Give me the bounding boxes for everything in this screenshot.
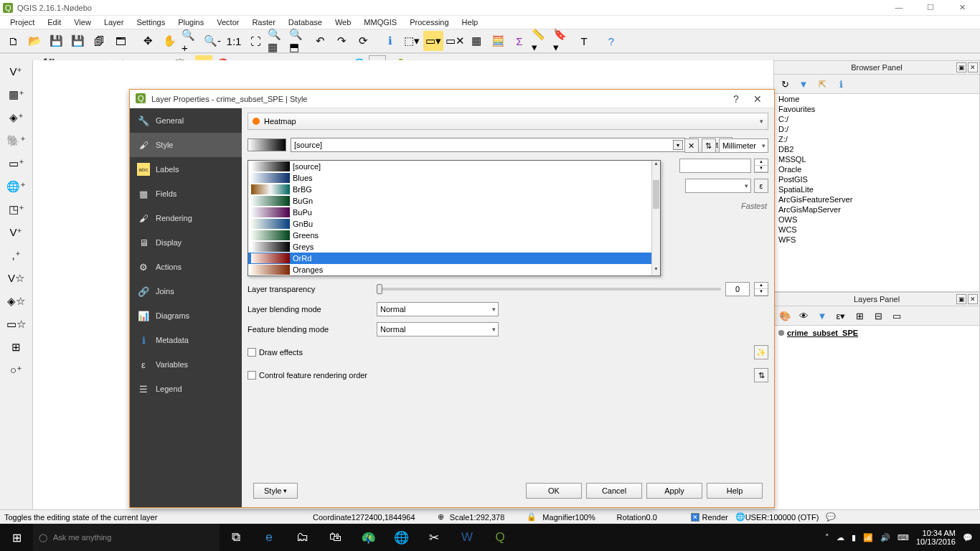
menu-vector[interactable]: Vector [211,17,245,27]
browser-item[interactable]: DB2 [774,144,979,154]
ok-button[interactable]: OK [526,483,582,499]
ramp-option[interactable]: OrRd [248,253,660,264]
add-vector-icon[interactable]: V⁺ [4,62,29,82]
browser-item[interactable]: WFS [774,235,979,245]
refresh-icon[interactable]: ⟳ [353,31,373,51]
browser-item[interactable]: OWS [774,215,979,225]
maximize-button[interactable]: ☐ [921,3,940,12]
menu-processing[interactable]: Processing [404,17,454,27]
layer-style-icon[interactable]: 🎨 [778,309,791,322]
ramp-option[interactable]: BuPu [248,207,660,218]
menu-mmqgis[interactable]: MMQGIS [358,17,402,27]
control-order-checkbox[interactable]: Control feature rendering order [248,371,367,380]
sidebar-item-rendering[interactable]: 🖌Rendering [130,206,242,230]
identify-icon[interactable]: ℹ [380,31,400,51]
tray-battery-icon[interactable]: ▮ [852,533,856,542]
stats-icon[interactable]: Σ [509,31,529,51]
explorer-icon[interactable]: 🗂 [286,524,319,551]
help-button[interactable]: Help [707,483,763,499]
minimize-button[interactable]: — [890,3,908,12]
crs-icon[interactable]: 🌐 [735,512,745,522]
browser-item[interactable]: SpatiaLite [774,184,979,194]
extent-icon[interactable]: ⊕ [438,512,444,522]
dialog-close-icon[interactable]: ✕ [747,93,768,105]
render-checkbox[interactable]: ✕Render [691,513,728,522]
filter-icon[interactable]: ▼ [797,77,810,90]
browser-item[interactable]: WCS [774,225,979,235]
sidebar-item-style[interactable]: 🖌Style [130,133,242,157]
pan-selection-icon[interactable]: ✋ [159,31,179,51]
chrome-icon[interactable]: 🌐 [385,524,418,551]
add-virtual-icon[interactable]: ⊞ [4,337,29,357]
zoom-out-icon[interactable]: 🔍- [202,31,222,51]
ramp-option[interactable]: Blues [248,172,660,184]
ramp-option[interactable]: [source] [248,161,660,172]
sidebar-item-diagrams[interactable]: 📊Diagrams [130,303,242,328]
tray-clock[interactable]: 10:34 AM 10/13/2016 [916,529,956,546]
select-expr-icon[interactable]: ▭▾ [423,31,443,51]
swap-unit-button[interactable]: ⇅ [702,138,716,153]
browser-item[interactable]: MSSQL [774,154,979,164]
add-wms-icon[interactable]: 🌐⁺ [4,176,29,197]
add-oracle-icon[interactable]: ○⁺ [4,360,29,380]
zoom-full-icon[interactable]: ⛶ [245,31,265,51]
browser-item[interactable]: ArcGisMapServer [774,204,979,215]
zoom-selection-icon[interactable]: 🔍▦ [267,31,287,51]
sidebar-item-fields[interactable]: ▦Fields [130,182,242,206]
browser-item[interactable]: Home [774,94,979,104]
browser-item[interactable]: D:/ [774,124,979,134]
browser-item[interactable]: ArcGisFeatureServer [774,194,979,204]
feature-blend-combo[interactable]: Normal [377,322,499,336]
browser-item[interactable]: PostGIS [774,174,979,184]
tray-onedrive-icon[interactable]: ☁ [837,533,844,542]
layers-tree[interactable]: crime_subset_SPE [773,325,980,524]
sidebar-item-variables[interactable]: εVariables [130,352,242,377]
rot-field[interactable]: 0.0 [646,513,685,522]
effects-config-button[interactable]: ✨ [754,345,768,359]
browser-item[interactable]: Favourites [774,104,979,114]
layer-collapse-icon[interactable]: ⊟ [872,309,885,322]
nbc-icon[interactable]: 🦚 [352,524,385,551]
attribute-table-icon[interactable]: ▦ [466,31,486,51]
new-spatialite-icon[interactable]: ◈☆ [4,291,29,311]
zoom-native-icon[interactable]: 1:1 [224,31,244,51]
panel-undock-icon[interactable]: ▣ [956,294,966,304]
new-print-composer-icon[interactable]: 🗐 [89,31,109,51]
cortana-search[interactable]: ◯ Ask me anything [33,524,220,551]
mag-field[interactable]: 100% [575,513,611,522]
ramp-option[interactable]: BrBG [248,184,660,195]
tray-wifi-icon[interactable]: 📶 [863,533,873,542]
layer-expand-icon[interactable]: ⊞ [853,309,866,322]
field-calc-icon[interactable]: 🧮 [488,31,508,51]
tray-input-icon[interactable]: ⌨ [897,533,909,542]
add-mssql-icon[interactable]: ▭⁺ [4,154,29,174]
collapse-icon[interactable]: ⇱ [816,77,829,90]
menu-database[interactable]: Database [283,17,328,27]
deselect-icon[interactable]: ▭✕ [445,31,465,51]
add-postgis-icon[interactable]: 🐘⁺ [4,131,29,151]
new-project-icon[interactable]: 🗋 [3,31,23,51]
sidebar-item-metadata[interactable]: ℹMetadata [130,328,242,352]
add-delimited-icon[interactable]: ,⁺ [4,245,29,265]
sidebar-item-legend[interactable]: ☰Legend [130,377,242,401]
unit-combo[interactable]: Millimeter [719,138,768,153]
qgis-taskbar-icon[interactable]: Q [484,524,517,551]
save-as-icon[interactable]: 💾 [67,31,88,51]
messages-icon[interactable]: 💬 [826,512,836,522]
layer-remove-icon[interactable]: ▭ [890,309,903,322]
draw-effects-checkbox[interactable]: Draw effects [248,348,303,357]
renderer-combo[interactable]: Heatmap ▾ [248,113,768,130]
close-button[interactable]: ✕ [953,3,971,12]
transparency-input[interactable]: 0 [725,282,750,296]
layer-blend-combo[interactable]: Normal [377,302,499,316]
tray-volume-icon[interactable]: 🔊 [880,533,890,542]
bookmark-icon[interactable]: 🔖▾ [552,31,573,51]
browser-tree[interactable]: HomeFavouritesC:/D:/Z:/DB2MSSQLOraclePos… [773,93,980,292]
add-raster-icon[interactable]: ▦⁺ [4,85,29,105]
zoom-last-icon[interactable]: ↶ [310,31,330,51]
snip-icon[interactable]: ✂ [418,524,451,551]
sidebar-item-display[interactable]: 🖥Display [130,230,242,255]
new-geopackage-icon[interactable]: ▭☆ [4,314,29,334]
menu-help[interactable]: Help [456,17,484,27]
ramp-option[interactable]: Greys [248,241,660,253]
